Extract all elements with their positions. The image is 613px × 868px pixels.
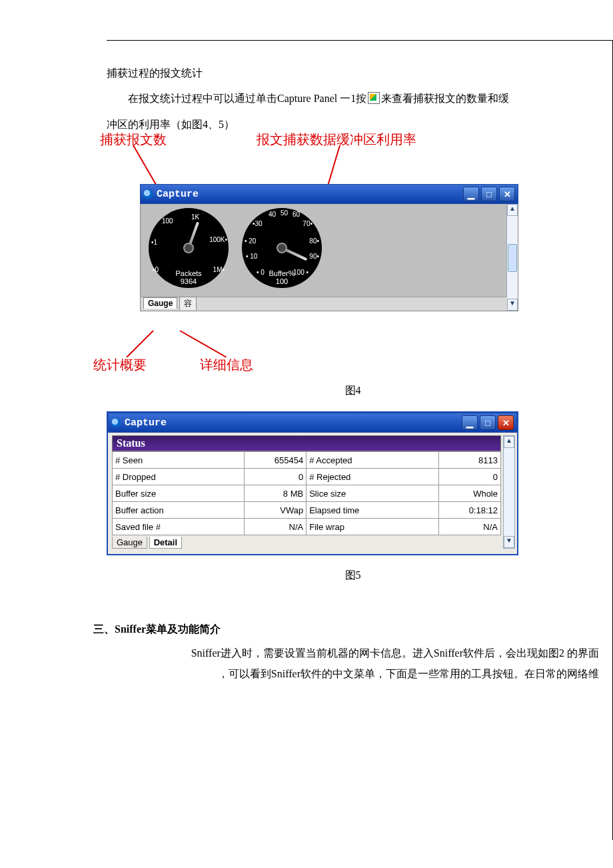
cell-val: 8113 xyxy=(439,452,501,469)
heading-capture-stats: 捕获过程的报文统计 xyxy=(107,61,599,86)
table-row: Buffer action VWap Elapsed time 0:18:12 xyxy=(113,502,501,519)
status-header: Status xyxy=(112,435,501,451)
maximize-button[interactable]: □ xyxy=(480,415,496,430)
buffer-dial: • 0 • 10 • 20 •30 40 50 60 70• 80• 90• 1… xyxy=(242,208,322,288)
hub-icon xyxy=(183,243,194,253)
app-icon xyxy=(111,418,121,427)
hub-icon xyxy=(277,243,287,253)
tick-1k: 1K xyxy=(191,213,199,221)
cell-key: Slice size xyxy=(306,485,439,502)
section-3-heading: 三、Sniffer菜单及功能简介 xyxy=(93,623,599,637)
status-table: # Seen 655454 # Accepted 8113 # Dropped … xyxy=(112,451,501,535)
cell-val: 0:18:12 xyxy=(439,502,501,519)
caption-fig4: 图4 xyxy=(107,384,599,398)
anno-summary: 统计概要 xyxy=(93,356,147,374)
scroll-down-icon[interactable]: ▼ xyxy=(504,536,514,548)
table-row: # Dropped 0 # Rejected 0 xyxy=(113,469,501,485)
anno-detail: 详细信息 xyxy=(200,356,253,374)
cell-val: 0 xyxy=(439,469,501,485)
anno-buffer: 报文捕获数据缓冲区利用率 xyxy=(257,131,416,149)
tick-b50: 50 xyxy=(281,209,288,217)
table-row: # Seen 655454 # Accepted 8113 xyxy=(113,452,501,469)
cell-key: # Rejected xyxy=(306,469,439,485)
body-line-1: Sniffer进入时，需要设置当前机器的网卡信息。进入Sniffer软件后，会出… xyxy=(107,643,599,663)
tick-100: 100 xyxy=(162,217,173,225)
tab-detail[interactable]: Detail xyxy=(149,537,182,549)
capture-window-fig4: Capture ▁ □ ✕ ▲ ▼ •0 •1 100 1K 100K xyxy=(140,184,518,311)
minimize-button[interactable]: ▁ xyxy=(462,415,478,430)
cell-key: Buffer action xyxy=(113,502,245,519)
below-annotations: 统计概要 详细信息 xyxy=(107,337,599,371)
scrollbar[interactable]: ▲ ▼ xyxy=(506,204,518,311)
tick-b30: •30 xyxy=(253,220,263,227)
scroll-down-icon[interactable]: ▼ xyxy=(507,299,518,311)
cell-val: VWap xyxy=(245,502,306,519)
tick-b10: • 10 xyxy=(246,253,257,260)
scroll-thumb[interactable] xyxy=(508,244,517,272)
cell-val: 0 xyxy=(245,469,306,485)
cell-val: 655454 xyxy=(245,452,306,469)
scrollbar[interactable]: ▲ ▼ xyxy=(503,435,515,549)
cell-key: # Dropped xyxy=(113,469,245,485)
p1a: 在报文统计过程中可以通过单击Capture Panel 一1按 xyxy=(128,93,366,104)
paragraph-1: 在报文统计过程中可以通过单击Capture Panel 一1按来查看捕获报文的数… xyxy=(107,86,599,111)
tick-100k: 100K• xyxy=(209,236,227,243)
caption-fig5: 图5 xyxy=(107,569,599,583)
dial-value-packets: 9364 xyxy=(149,277,229,285)
close-button[interactable]: ✕ xyxy=(499,187,515,201)
tick-b80: 80• xyxy=(309,237,319,245)
scroll-up-icon[interactable]: ▲ xyxy=(507,204,518,216)
tab-gauge[interactable]: Gauge xyxy=(143,297,177,309)
cell-key: # Seen xyxy=(113,452,245,469)
maximize-button[interactable]: □ xyxy=(481,187,497,201)
anno-packets: 捕获报文数 xyxy=(100,131,167,149)
cell-val: 8 MB xyxy=(245,485,306,502)
close-button[interactable]: ✕ xyxy=(498,415,514,430)
gauge-panel: ▲ ▼ •0 •1 100 1K 100K• 1M• Packets 9364 xyxy=(140,204,518,311)
app-icon xyxy=(143,189,153,199)
cell-key: # Accepted xyxy=(306,452,439,469)
p1b: 来查看捕获报文的数量和缓 xyxy=(381,93,509,104)
tick-b70: 70• xyxy=(303,220,312,227)
cell-key: Buffer size xyxy=(113,485,245,502)
cell-key: Elapsed time xyxy=(306,502,439,519)
tab-gauge[interactable]: Gauge xyxy=(112,537,147,549)
cell-key: Saved file # xyxy=(113,519,245,535)
titlebar-fig4[interactable]: Capture ▁ □ ✕ xyxy=(140,184,518,204)
window-title: Capture xyxy=(157,189,199,200)
tab-detail[interactable]: 容 xyxy=(179,297,197,310)
panel-toggle-icon xyxy=(368,92,380,104)
cell-val: N/A xyxy=(439,519,501,535)
tick-b60: 60 xyxy=(293,211,300,218)
tick-1: •1 xyxy=(151,239,157,246)
table-row: Saved file # N/A File wrap N/A xyxy=(113,519,501,535)
titlebar-fig5[interactable]: Capture ▁ □ ✕ xyxy=(108,413,517,433)
cell-key: File wrap xyxy=(306,519,439,535)
tick-b40: 40 xyxy=(269,211,276,218)
figure-4: 捕获报文数 报文捕获数据缓冲区利用率 Capture ▁ □ ✕ ▲ ▼ xyxy=(107,131,599,337)
table-row: Buffer size 8 MB Slice size Whole xyxy=(113,485,501,502)
dial-label-packets: Packets xyxy=(149,269,229,277)
body-line-2: ，可以看到Sniffer软件的中文菜单，下面是一些常用的工具按钮。在日常的网络维 xyxy=(107,664,599,684)
dial-label-buffer: Buffer% xyxy=(242,269,322,277)
tick-b20: • 20 xyxy=(245,237,256,245)
tab-bar: Gauge 容 xyxy=(141,297,507,311)
dial-value-buffer: 100 xyxy=(242,277,322,285)
tick-b90: 90• xyxy=(309,253,319,260)
cell-val: N/A xyxy=(245,519,306,535)
scroll-up-icon[interactable]: ▲ xyxy=(504,436,514,448)
minimize-button[interactable]: ▁ xyxy=(463,187,479,201)
window-title: Capture xyxy=(125,417,167,429)
cell-val: Whole xyxy=(439,485,501,502)
packets-dial: •0 •1 100 1K 100K• 1M• Packets 9364 xyxy=(149,208,229,288)
capture-window-fig5: Capture ▁ □ ✕ ▲ ▼ Status # Seen 655454 #… xyxy=(107,411,518,555)
tab-bar: Gauge Detail xyxy=(112,537,513,549)
